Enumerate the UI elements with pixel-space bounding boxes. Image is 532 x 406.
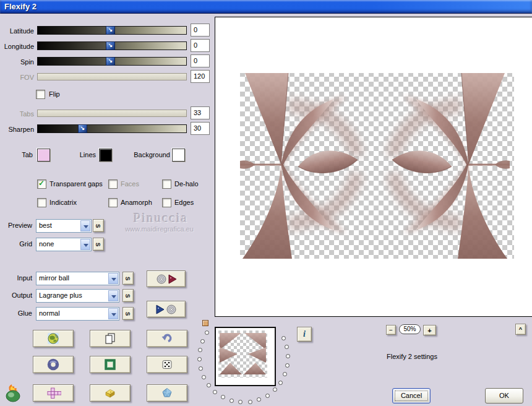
dial-dot[interactable] [221, 395, 225, 399]
dial-dot[interactable] [286, 354, 290, 358]
spin-slider[interactable]: ↘ [37, 57, 187, 66]
unfolded-cube-button[interactable] [33, 384, 74, 402]
fov-label: FOV [0, 74, 34, 81]
dial-dot[interactable] [248, 400, 252, 404]
preview-surprise-button[interactable]: s [93, 219, 104, 232]
tabs-value[interactable]: 33 [191, 106, 210, 119]
output-surprise-button[interactable]: s [122, 289, 134, 302]
dice-button[interactable] [147, 356, 187, 373]
fov-value[interactable]: 120 [191, 70, 210, 83]
zoom-level[interactable]: 50% [399, 324, 421, 334]
zoom-in-button[interactable]: + [423, 325, 436, 335]
preview-select[interactable]: best [36, 219, 92, 233]
background-swatch-label: Background [124, 151, 170, 158]
dial-dot[interactable] [265, 394, 270, 398]
dial-dot[interactable] [205, 330, 209, 335]
unfolded-cube-icon [45, 387, 61, 399]
dial-handle[interactable] [202, 320, 208, 326]
cheese-button[interactable] [90, 384, 131, 402]
dial-dot[interactable] [200, 339, 205, 343]
longitude-slider-thumb[interactable]: ↘ [106, 41, 115, 50]
chevron-down-icon[interactable] [80, 220, 90, 231]
settings-status-text: Flexify 2 settings [387, 353, 437, 360]
titlebar[interactable]: Flexify 2 [0, 0, 532, 14]
grid-select[interactable]: none [36, 238, 92, 251]
transparent-gaps-checkbox[interactable]: ✓ [37, 179, 46, 189]
flaming-pear-icon [4, 383, 23, 403]
save-settings-button[interactable] [147, 301, 186, 317]
window-title: Flexify 2 [4, 2, 36, 11]
copy-button[interactable] [90, 330, 131, 347]
edges-checkbox[interactable] [162, 198, 171, 207]
grid-select-label: Grid [0, 240, 32, 248]
tab-swatch-label: Tab [6, 151, 33, 158]
ok-button[interactable]: OK [485, 388, 523, 404]
polyhedron-button[interactable] [147, 384, 187, 402]
dial-dot[interactable] [285, 363, 290, 368]
dial-dot[interactable] [199, 366, 203, 371]
dial-dot[interactable] [197, 357, 202, 361]
globe-button[interactable] [33, 330, 74, 347]
watermark-text: Pinuccia [121, 210, 201, 226]
dial-dot[interactable] [273, 387, 277, 392]
latitude-value[interactable]: 0 [191, 24, 210, 37]
spin-slider-thumb[interactable]: ↘ [106, 57, 115, 66]
flip-checkbox[interactable] [36, 90, 45, 99]
dial-dot[interactable] [238, 400, 242, 404]
dial-dot[interactable] [207, 383, 211, 387]
tab-color-swatch[interactable] [37, 149, 50, 162]
indicatrix-checkbox[interactable] [37, 198, 46, 207]
info-icon: i [303, 329, 306, 339]
grid-surprise-button[interactable]: s [93, 238, 104, 251]
info-button[interactable]: i [297, 327, 312, 342]
dial-dot[interactable] [202, 375, 206, 379]
cancel-button[interactable]: Cancel [392, 388, 431, 404]
anamorph-checkbox[interactable] [108, 198, 118, 207]
output-select[interactable]: Lagrange plus [36, 289, 119, 303]
torus-button[interactable] [33, 356, 74, 373]
checkmark-icon: ✓ [38, 179, 45, 188]
background-color-swatch[interactable] [172, 149, 185, 162]
longitude-slider[interactable]: ↘ [37, 41, 187, 50]
dial-dot[interactable] [278, 381, 283, 385]
latitude-slider-thumb[interactable]: ↘ [106, 26, 115, 35]
undo-button[interactable] [147, 330, 187, 347]
sharpen-slider[interactable]: ↘ [37, 124, 187, 133]
input-select[interactable]: mirror ball [36, 272, 119, 285]
de-halo-checkbox[interactable] [162, 179, 171, 189]
dial-dot[interactable] [198, 348, 202, 352]
collapse-button[interactable]: ^ [515, 324, 526, 335]
sharpen-value[interactable]: 30 [191, 122, 210, 135]
chevron-down-icon[interactable] [108, 290, 118, 301]
spin-label: Spin [0, 58, 34, 66]
spin-value[interactable]: 0 [191, 54, 210, 67]
dial-dot[interactable] [281, 336, 286, 340]
glue-surprise-button[interactable]: s [122, 307, 134, 320]
flaming-pear-logo [4, 383, 23, 403]
glue-select[interactable]: normal [36, 307, 119, 321]
sharpen-slider-thumb[interactable]: ↘ [78, 124, 87, 133]
fov-slider [37, 73, 187, 80]
input-surprise-button[interactable]: s [122, 272, 134, 285]
chevron-down-icon[interactable] [108, 308, 118, 319]
chevron-down-icon[interactable] [108, 273, 118, 284]
focus-ring [395, 391, 428, 401]
latitude-slider[interactable]: ↘ [37, 26, 187, 35]
load-settings-button[interactable] [147, 270, 186, 287]
green-frame-icon [104, 358, 116, 371]
lines-color-swatch[interactable] [99, 149, 112, 162]
longitude-value[interactable]: 0 [191, 39, 210, 52]
anamorph-label: Anamorph [121, 199, 152, 206]
dial-dot[interactable] [213, 390, 217, 394]
dial-dot[interactable] [283, 372, 287, 376]
chevron-down-icon[interactable] [80, 239, 90, 250]
dial-dot[interactable] [230, 399, 234, 403]
preview-panel[interactable] [215, 17, 532, 317]
output-select-label: Output [0, 292, 32, 299]
frame-button[interactable] [90, 356, 131, 373]
zoom-out-button[interactable]: − [386, 325, 396, 335]
save-settings-arrow-disc-icon [154, 304, 179, 315]
dial-dot[interactable] [257, 397, 261, 402]
dial-dot[interactable] [285, 345, 289, 349]
planet-thumbnail[interactable] [215, 327, 276, 386]
